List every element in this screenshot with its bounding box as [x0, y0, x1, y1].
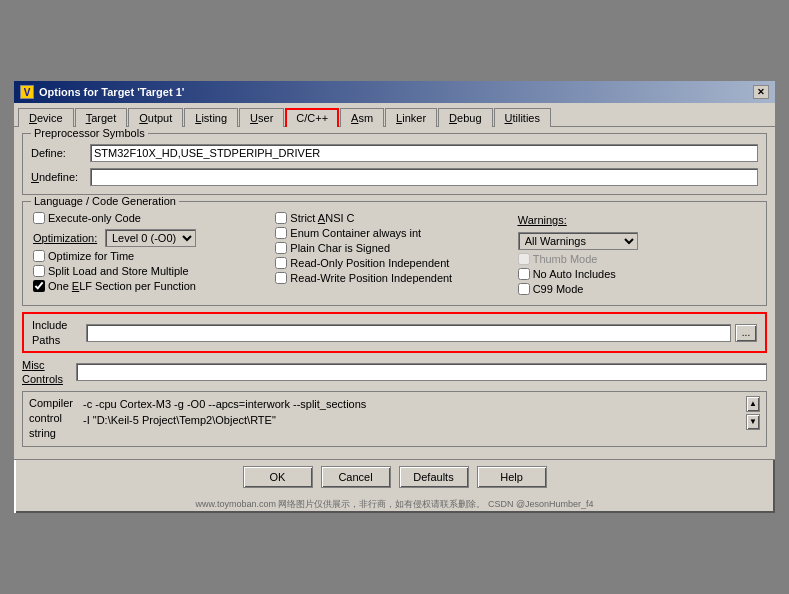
split-load-label: Split Load and Store Multiple	[48, 265, 189, 277]
warnings-label-row: Warnings:	[518, 214, 756, 226]
thumb-mode-label: Thumb Mode	[533, 253, 598, 265]
language-col3: Warnings: All Warnings No Warnings Unspe…	[516, 210, 758, 297]
thumb-mode-check[interactable]	[518, 253, 530, 265]
read-write-pos-label: Read-Write Position Independent	[290, 272, 452, 284]
read-write-pos-row: Read-Write Position Independent	[275, 272, 513, 284]
one-elf-label: One ELF Section per Function	[48, 280, 196, 292]
thumb-mode-row: Thumb Mode	[518, 253, 756, 265]
enum-container-check[interactable]	[275, 227, 287, 239]
cancel-button[interactable]: Cancel	[321, 466, 391, 488]
warnings-select[interactable]: All Warnings No Warnings Unspecified	[518, 232, 638, 250]
window-title: Options for Target 'Target 1'	[39, 86, 184, 98]
language-col2: Strict ANSI C Enum Container always int …	[273, 210, 515, 297]
no-auto-includes-label: No Auto Includes	[533, 268, 616, 280]
defaults-button[interactable]: Defaults	[399, 466, 469, 488]
tab-output[interactable]: Output	[128, 108, 183, 127]
compiler-section: Compilercontrolstring -c -cpu Cortex-M3 …	[22, 391, 767, 447]
preprocessor-group: Preprocessor Symbols Define: Undefine:	[22, 133, 767, 195]
define-input[interactable]	[90, 144, 758, 162]
plain-char-row: Plain Char is Signed	[275, 242, 513, 254]
tab-utilities[interactable]: Utilities	[494, 108, 551, 127]
help-button[interactable]: Help	[477, 466, 547, 488]
define-row: Define:	[31, 144, 758, 162]
tab-cpp[interactable]: C/C++	[285, 108, 339, 127]
tab-target[interactable]: Target	[75, 108, 128, 127]
language-group: Language / Code Generation Execute-only …	[22, 201, 767, 306]
strict-ansi-check[interactable]	[275, 212, 287, 224]
tab-user[interactable]: User	[239, 108, 284, 127]
content-area: Preprocessor Symbols Define: Undefine: L…	[14, 127, 775, 458]
ok-button[interactable]: OK	[243, 466, 313, 488]
split-load-row: Split Load and Store Multiple	[33, 265, 271, 277]
no-auto-includes-row: No Auto Includes	[518, 268, 756, 280]
optimization-label: Optimization:	[33, 232, 101, 244]
include-paths-input[interactable]	[86, 324, 731, 342]
app-icon: V	[20, 85, 34, 99]
language-label: Language / Code Generation	[31, 195, 179, 207]
tab-device[interactable]: Device	[18, 108, 74, 127]
include-label: IncludePaths	[32, 318, 82, 347]
language-col1: Execute-only Code Optimization: Level 0 …	[31, 210, 273, 297]
tab-asm[interactable]: Asm	[340, 108, 384, 127]
scroll-up-button[interactable]: ▲	[746, 396, 760, 412]
read-only-pos-row: Read-Only Position Independent	[275, 257, 513, 269]
define-label: Define:	[31, 147, 86, 159]
title-bar: V Options for Target 'Target 1' ✕	[14, 81, 775, 103]
c99-mode-row: C99 Mode	[518, 283, 756, 295]
strict-ansi-label: Strict ANSI C	[290, 212, 354, 224]
misc-controls-input[interactable]	[76, 363, 767, 381]
scroll-down-button[interactable]: ▼	[746, 414, 760, 430]
misc-controls-section: MiscControls	[22, 358, 767, 387]
no-auto-includes-check[interactable]	[518, 268, 530, 280]
optimization-select[interactable]: Level 0 (-O0) Level 1 (-O1) Level 2 (-O2…	[105, 229, 196, 247]
plain-char-check[interactable]	[275, 242, 287, 254]
main-window: V Options for Target 'Target 1' ✕ Device…	[12, 79, 777, 514]
read-write-pos-check[interactable]	[275, 272, 287, 284]
include-browse-button[interactable]: ...	[735, 324, 757, 342]
c99-mode-check[interactable]	[518, 283, 530, 295]
optimize-time-check[interactable]	[33, 250, 45, 262]
warnings-select-row: All Warnings No Warnings Unspecified	[518, 232, 756, 250]
read-only-pos-check[interactable]	[275, 257, 287, 269]
strict-ansi-row: Strict ANSI C	[275, 212, 513, 224]
enum-container-label: Enum Container always int	[290, 227, 421, 239]
tab-linker[interactable]: Linker	[385, 108, 437, 127]
c99-mode-label: C99 Mode	[533, 283, 584, 295]
tab-debug[interactable]: Debug	[438, 108, 492, 127]
misc-label: MiscControls	[22, 358, 72, 387]
execute-only-check[interactable]	[33, 212, 45, 224]
compiler-line2: -I "D:\Keil-5 Project\Temp2\Object\RTE"	[83, 412, 742, 429]
tab-listing[interactable]: Listing	[184, 108, 238, 127]
compiler-label: Compilercontrolstring	[29, 396, 79, 442]
one-elf-row: One ELF Section per Function	[33, 280, 271, 292]
tab-bar: Device Target Output Listing User C/C++ …	[14, 103, 775, 127]
undefine-input[interactable]	[90, 168, 758, 186]
warnings-label: Warnings:	[518, 214, 567, 226]
enum-container-row: Enum Container always int	[275, 227, 513, 239]
read-only-pos-label: Read-Only Position Independent	[290, 257, 449, 269]
compiler-text: -c -cpu Cortex-M3 -g -O0 --apcs=interwor…	[83, 396, 742, 442]
close-button[interactable]: ✕	[753, 85, 769, 99]
compiler-line1: -c -cpu Cortex-M3 -g -O0 --apcs=interwor…	[83, 396, 742, 413]
plain-char-label: Plain Char is Signed	[290, 242, 390, 254]
include-paths-section: IncludePaths ...	[22, 312, 767, 353]
split-load-check[interactable]	[33, 265, 45, 277]
compiler-scrollbar: ▲ ▼	[746, 396, 760, 442]
one-elf-check[interactable]	[33, 280, 45, 292]
optimize-time-label: Optimize for Time	[48, 250, 134, 262]
preprocessor-label: Preprocessor Symbols	[31, 127, 148, 139]
optimize-time-row: Optimize for Time	[33, 250, 271, 262]
execute-only-row: Execute-only Code	[33, 212, 271, 224]
bottom-bar: OK Cancel Defaults Help	[14, 459, 775, 496]
watermark: www.toymoban.com 网络图片仅供展示，非行商，如有侵权请联系删除。…	[14, 496, 775, 513]
execute-only-label: Execute-only Code	[48, 212, 141, 224]
undefine-label: Undefine:	[31, 171, 86, 183]
undefine-row: Undefine:	[31, 168, 758, 186]
